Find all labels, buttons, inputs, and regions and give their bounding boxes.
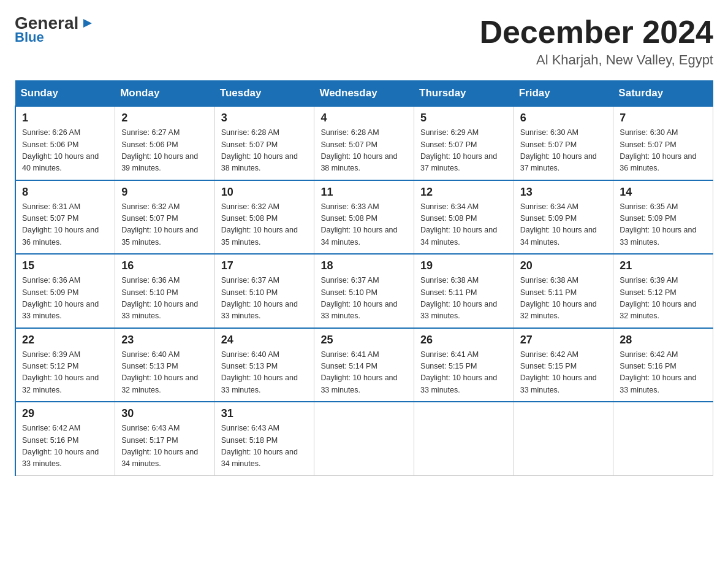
day-info: Sunrise: 6:37 AM Sunset: 5:10 PM Dayligh… (221, 275, 308, 323)
svg-marker-0 (83, 19, 92, 28)
day-number: 12 (420, 186, 507, 199)
page-header: General Blue December 2024 Al Kharjah, N… (15, 15, 713, 68)
week-row-5: 29 Sunrise: 6:42 AM Sunset: 5:16 PM Dayl… (15, 402, 713, 475)
day-info: Sunrise: 6:27 AM Sunset: 5:06 PM Dayligh… (121, 127, 208, 175)
logo-blue: Blue (15, 29, 44, 45)
day-number: 30 (121, 407, 208, 420)
day-number: 4 (320, 112, 408, 124)
day-header-saturday: Saturday (613, 81, 713, 107)
day-info: Sunrise: 6:32 AM Sunset: 5:08 PM Dayligh… (221, 201, 308, 249)
days-header-row: SundayMondayTuesdayWednesdayThursdayFrid… (15, 81, 713, 107)
day-number: 1 (22, 112, 108, 124)
day-info: Sunrise: 6:34 AM Sunset: 5:09 PM Dayligh… (520, 201, 607, 249)
day-number: 17 (221, 259, 308, 272)
calendar-cell: 22 Sunrise: 6:39 AM Sunset: 5:12 PM Dayl… (15, 328, 115, 402)
day-info: Sunrise: 6:32 AM Sunset: 5:07 PM Dayligh… (121, 201, 208, 249)
calendar-cell: 20 Sunrise: 6:38 AM Sunset: 5:11 PM Dayl… (514, 254, 613, 328)
day-info: Sunrise: 6:38 AM Sunset: 5:11 PM Dayligh… (420, 275, 507, 323)
calendar-cell: 9 Sunrise: 6:32 AM Sunset: 5:07 PM Dayli… (115, 180, 215, 255)
calendar-cell (314, 402, 414, 475)
month-title: December 2024 (479, 15, 713, 50)
day-number: 29 (22, 407, 108, 420)
calendar-cell: 1 Sunrise: 6:26 AM Sunset: 5:06 PM Dayli… (15, 106, 115, 180)
day-number: 5 (420, 112, 507, 124)
calendar-cell: 14 Sunrise: 6:35 AM Sunset: 5:09 PM Dayl… (613, 180, 713, 255)
logo: General Blue (15, 15, 94, 45)
day-info: Sunrise: 6:31 AM Sunset: 5:07 PM Dayligh… (22, 201, 108, 249)
calendar-cell: 10 Sunrise: 6:32 AM Sunset: 5:08 PM Dayl… (214, 180, 314, 255)
calendar-cell: 16 Sunrise: 6:36 AM Sunset: 5:10 PM Dayl… (115, 254, 215, 328)
day-number: 23 (121, 334, 208, 347)
calendar-cell: 21 Sunrise: 6:39 AM Sunset: 5:12 PM Dayl… (613, 254, 713, 328)
day-number: 16 (121, 259, 208, 272)
day-info: Sunrise: 6:37 AM Sunset: 5:10 PM Dayligh… (320, 275, 408, 323)
calendar-cell: 13 Sunrise: 6:34 AM Sunset: 5:09 PM Dayl… (514, 180, 613, 255)
day-number: 18 (320, 259, 408, 272)
calendar-cell: 29 Sunrise: 6:42 AM Sunset: 5:16 PM Dayl… (15, 402, 115, 475)
calendar-cell: 5 Sunrise: 6:29 AM Sunset: 5:07 PM Dayli… (414, 106, 514, 180)
day-number: 20 (520, 259, 607, 272)
day-number: 21 (620, 259, 707, 272)
day-number: 14 (620, 186, 707, 199)
day-info: Sunrise: 6:36 AM Sunset: 5:09 PM Dayligh… (22, 275, 108, 323)
day-header-tuesday: Tuesday (214, 81, 314, 107)
day-info: Sunrise: 6:42 AM Sunset: 5:15 PM Dayligh… (520, 349, 607, 397)
calendar-cell: 7 Sunrise: 6:30 AM Sunset: 5:07 PM Dayli… (613, 106, 713, 180)
calendar-cell: 31 Sunrise: 6:43 AM Sunset: 5:18 PM Dayl… (214, 402, 314, 475)
day-header-wednesday: Wednesday (314, 81, 414, 107)
calendar-cell: 27 Sunrise: 6:42 AM Sunset: 5:15 PM Dayl… (514, 328, 613, 402)
calendar-cell: 24 Sunrise: 6:40 AM Sunset: 5:13 PM Dayl… (214, 328, 314, 402)
day-number: 3 (221, 112, 308, 124)
day-info: Sunrise: 6:33 AM Sunset: 5:08 PM Dayligh… (320, 201, 408, 249)
calendar-table: SundayMondayTuesdayWednesdayThursdayFrid… (15, 80, 713, 476)
day-number: 24 (221, 334, 308, 347)
day-info: Sunrise: 6:43 AM Sunset: 5:17 PM Dayligh… (121, 423, 208, 470)
day-info: Sunrise: 6:26 AM Sunset: 5:06 PM Dayligh… (22, 127, 108, 175)
day-header-sunday: Sunday (15, 81, 115, 107)
day-info: Sunrise: 6:28 AM Sunset: 5:07 PM Dayligh… (320, 127, 408, 175)
calendar-cell (613, 402, 713, 475)
week-row-1: 1 Sunrise: 6:26 AM Sunset: 5:06 PM Dayli… (15, 106, 713, 180)
calendar-cell: 19 Sunrise: 6:38 AM Sunset: 5:11 PM Dayl… (414, 254, 514, 328)
day-number: 26 (420, 334, 507, 347)
calendar-cell: 2 Sunrise: 6:27 AM Sunset: 5:06 PM Dayli… (115, 106, 215, 180)
calendar-cell: 8 Sunrise: 6:31 AM Sunset: 5:07 PM Dayli… (15, 180, 115, 255)
title-block: December 2024 Al Kharjah, New Valley, Eg… (479, 15, 713, 68)
calendar-cell: 25 Sunrise: 6:41 AM Sunset: 5:14 PM Dayl… (314, 328, 414, 402)
day-info: Sunrise: 6:36 AM Sunset: 5:10 PM Dayligh… (121, 275, 208, 323)
day-info: Sunrise: 6:38 AM Sunset: 5:11 PM Dayligh… (520, 275, 607, 323)
day-info: Sunrise: 6:35 AM Sunset: 5:09 PM Dayligh… (620, 201, 707, 249)
calendar-cell: 15 Sunrise: 6:36 AM Sunset: 5:09 PM Dayl… (15, 254, 115, 328)
calendar-cell: 3 Sunrise: 6:28 AM Sunset: 5:07 PM Dayli… (214, 106, 314, 180)
day-number: 27 (520, 334, 607, 347)
day-header-friday: Friday (514, 81, 613, 107)
calendar-cell: 4 Sunrise: 6:28 AM Sunset: 5:07 PM Dayli… (314, 106, 414, 180)
day-number: 7 (620, 112, 707, 124)
day-number: 9 (121, 186, 208, 199)
day-info: Sunrise: 6:30 AM Sunset: 5:07 PM Dayligh… (620, 127, 707, 175)
calendar-cell (514, 402, 613, 475)
day-info: Sunrise: 6:39 AM Sunset: 5:12 PM Dayligh… (22, 349, 108, 397)
day-number: 28 (620, 334, 707, 347)
day-number: 31 (221, 407, 308, 420)
day-info: Sunrise: 6:42 AM Sunset: 5:16 PM Dayligh… (620, 349, 707, 397)
day-info: Sunrise: 6:34 AM Sunset: 5:08 PM Dayligh… (420, 201, 507, 249)
calendar-cell: 11 Sunrise: 6:33 AM Sunset: 5:08 PM Dayl… (314, 180, 414, 255)
day-number: 2 (121, 112, 208, 124)
calendar-cell: 6 Sunrise: 6:30 AM Sunset: 5:07 PM Dayli… (514, 106, 613, 180)
day-info: Sunrise: 6:40 AM Sunset: 5:13 PM Dayligh… (221, 349, 308, 397)
day-info: Sunrise: 6:29 AM Sunset: 5:07 PM Dayligh… (420, 127, 507, 175)
week-row-4: 22 Sunrise: 6:39 AM Sunset: 5:12 PM Dayl… (15, 328, 713, 402)
day-number: 19 (420, 259, 507, 272)
calendar-cell: 26 Sunrise: 6:41 AM Sunset: 5:15 PM Dayl… (414, 328, 514, 402)
calendar-cell: 23 Sunrise: 6:40 AM Sunset: 5:13 PM Dayl… (115, 328, 215, 402)
calendar-cell: 17 Sunrise: 6:37 AM Sunset: 5:10 PM Dayl… (214, 254, 314, 328)
day-number: 13 (520, 186, 607, 199)
day-header-monday: Monday (115, 81, 215, 107)
day-info: Sunrise: 6:28 AM Sunset: 5:07 PM Dayligh… (221, 127, 308, 175)
day-info: Sunrise: 6:41 AM Sunset: 5:15 PM Dayligh… (420, 349, 507, 397)
day-info: Sunrise: 6:41 AM Sunset: 5:14 PM Dayligh… (320, 349, 408, 397)
day-info: Sunrise: 6:30 AM Sunset: 5:07 PM Dayligh… (520, 127, 607, 175)
day-number: 10 (221, 186, 308, 199)
calendar-cell (414, 402, 514, 475)
